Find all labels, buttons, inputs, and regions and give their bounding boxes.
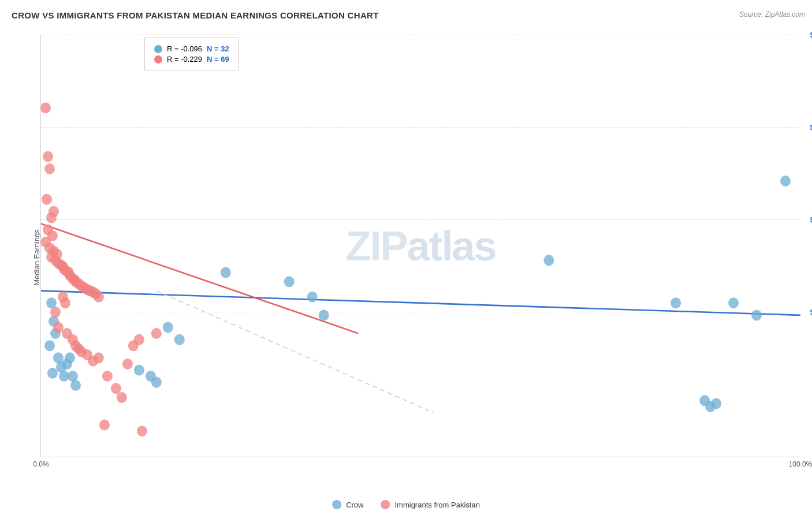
pakistan-legend-label: Immigrants from Pakistan (394, 501, 479, 509)
chart-legend: Crow Immigrants from Pakistan (332, 500, 480, 509)
y-tick-80k: $80,000 (810, 31, 812, 39)
crow-legend-label: Crow (346, 501, 363, 509)
chart-title: CROW VS IMMIGRANTS FROM PAKISTAN MEDIAN … (12, 10, 379, 20)
svg-line-1 (41, 223, 359, 333)
svg-point-35 (42, 194, 52, 205)
svg-point-22 (307, 292, 318, 303)
svg-point-33 (43, 151, 53, 162)
svg-point-63 (50, 307, 61, 318)
svg-point-12 (65, 352, 75, 363)
svg-point-32 (40, 102, 51, 113)
svg-point-23 (319, 309, 329, 320)
svg-point-76 (122, 359, 133, 370)
pakistan-legend-dot (381, 500, 390, 509)
svg-point-81 (99, 420, 110, 431)
source-text: Source: ZipAtlas.com (739, 10, 805, 18)
crow-legend-dot (332, 500, 341, 509)
y-tick-27k: $27,500 (810, 308, 812, 316)
svg-point-19 (151, 377, 162, 388)
svg-point-83 (60, 297, 70, 308)
svg-point-64 (53, 322, 64, 333)
y-tick-62k: $62,500 (810, 124, 812, 132)
svg-point-21 (284, 276, 295, 287)
svg-point-72 (88, 356, 98, 367)
svg-point-20 (221, 267, 231, 278)
svg-line-2 (157, 291, 434, 413)
svg-point-17 (134, 364, 144, 375)
svg-point-9 (47, 368, 58, 379)
legend-item-crow: Crow (332, 500, 363, 509)
svg-point-79 (151, 328, 162, 339)
svg-point-24 (543, 255, 554, 266)
svg-point-28 (711, 398, 721, 409)
scatter-plot (41, 35, 800, 457)
y-tick-45k: $45,000 (810, 216, 812, 224)
x-tick-0: 0.0% (33, 460, 49, 468)
svg-point-74 (111, 383, 121, 394)
svg-point-84 (49, 206, 59, 217)
svg-point-34 (44, 163, 55, 174)
svg-line-0 (41, 291, 800, 315)
svg-point-80 (137, 426, 147, 436)
svg-point-15 (163, 322, 173, 333)
svg-point-29 (728, 297, 739, 308)
svg-point-16 (174, 334, 185, 345)
x-tick-100: 100.0% (789, 460, 812, 468)
chart-container: CROW VS IMMIGRANTS FROM PAKISTAN MEDIAN … (0, 0, 812, 515)
svg-point-14 (70, 380, 81, 391)
chart-area: ZIPatlas $80,000 $62,500 $45,000 $27,500… (40, 35, 800, 457)
legend-item-pakistan: Immigrants from Pakistan (381, 500, 479, 509)
svg-point-73 (102, 371, 113, 382)
svg-point-30 (751, 309, 762, 320)
svg-point-78 (134, 334, 144, 345)
svg-point-25 (671, 297, 681, 308)
svg-point-75 (117, 392, 127, 403)
svg-point-62 (94, 292, 104, 303)
svg-point-6 (44, 340, 55, 351)
svg-point-31 (780, 176, 791, 186)
